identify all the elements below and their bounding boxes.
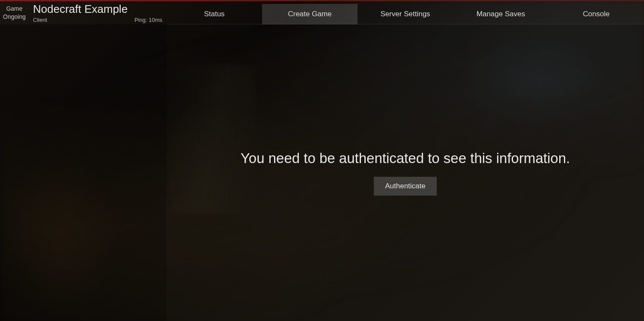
ping-display: Ping: 10ms [134, 17, 162, 23]
title-block: Nodecraft Example Client Ping: 10ms [29, 0, 167, 24]
tab-manage-saves[interactable]: Manage Saves [453, 4, 549, 24]
top-accent-bar [0, 0, 644, 1]
authenticate-button[interactable]: Authenticate [374, 177, 437, 196]
server-title: Nodecraft Example [33, 3, 167, 16]
game-status-line2: Ongoing [3, 13, 26, 21]
game-status-block: Game Ongoing [0, 0, 29, 24]
header: Game Ongoing Nodecraft Example Client Pi… [0, 0, 644, 24]
client-role: Client [33, 17, 47, 23]
auth-overlay: You need to be authenticated to see this… [167, 24, 644, 321]
tab-create-game[interactable]: Create Game [262, 4, 358, 24]
auth-message: You need to be authenticated to see this… [241, 150, 570, 166]
tab-server-settings[interactable]: Server Settings [358, 4, 453, 24]
tab-console[interactable]: Console [549, 4, 644, 24]
tab-status[interactable]: Status [167, 4, 262, 24]
left-panel-darken [0, 24, 167, 321]
sub-row: Client Ping: 10ms [33, 17, 167, 23]
game-status-line1: Game [6, 5, 22, 13]
tabs-container: Status Create Game Server Settings Manag… [167, 0, 644, 24]
